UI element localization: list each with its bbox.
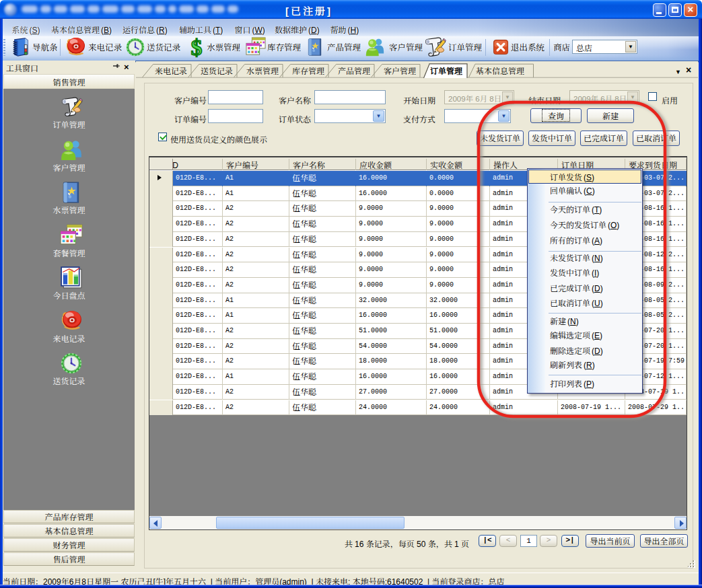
svg-text:$: $	[191, 36, 203, 58]
